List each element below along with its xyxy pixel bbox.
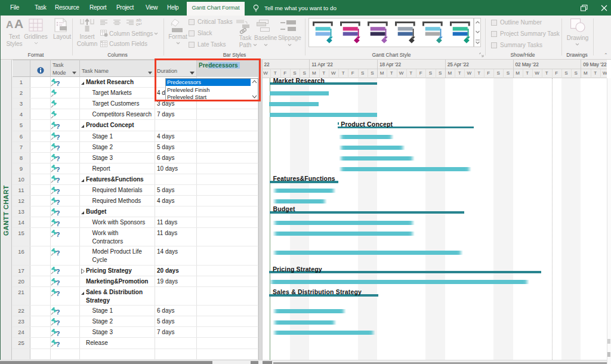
svg-text:A: A [6, 19, 13, 29]
svg-text:?: ? [56, 249, 60, 255]
svg-text:?: ? [56, 279, 60, 285]
svg-text:?: ? [56, 268, 60, 274]
svg-text:A: A [14, 17, 23, 29]
svg-text:?: ? [56, 230, 60, 237]
svg-text:?: ? [56, 155, 60, 162]
svg-text:?: ? [56, 166, 60, 172]
svg-text:?: ? [56, 289, 60, 296]
svg-text:?: ? [56, 144, 60, 151]
svg-text:?: ? [56, 340, 60, 347]
svg-text:?: ? [56, 187, 60, 194]
svg-text:?: ? [56, 209, 60, 215]
svg-text:?: ? [56, 177, 60, 183]
svg-text:?: ? [56, 198, 60, 205]
svg-text:?: ? [56, 308, 60, 314]
svg-text:?: ? [56, 319, 60, 325]
svg-text:?: ? [56, 329, 60, 336]
svg-text:?: ? [56, 122, 60, 129]
svg-text:?: ? [56, 134, 60, 140]
svg-text:?: ? [56, 79, 60, 86]
svg-text:?: ? [56, 220, 60, 226]
